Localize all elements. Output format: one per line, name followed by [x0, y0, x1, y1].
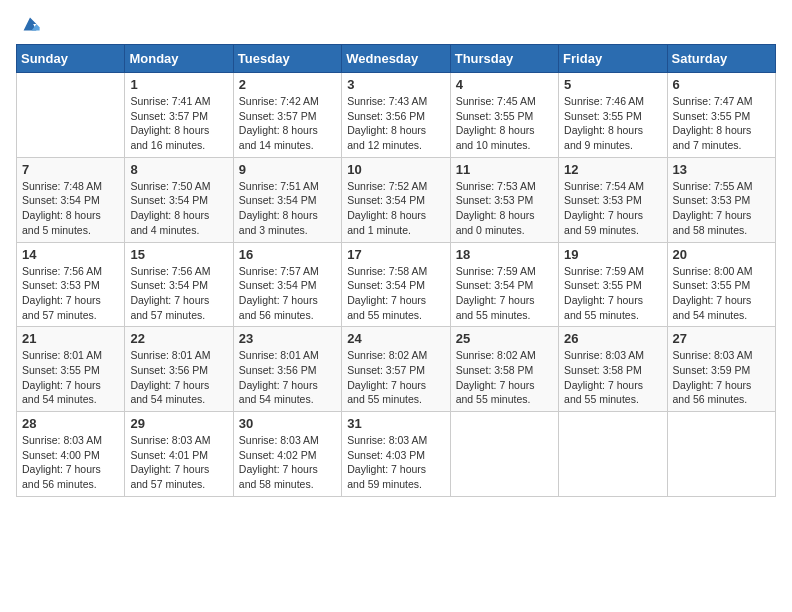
day-number: 20: [673, 247, 770, 262]
day-number: 27: [673, 331, 770, 346]
day-info: Sunrise: 7:55 AMSunset: 3:53 PMDaylight:…: [673, 179, 770, 238]
day-info: Sunrise: 8:03 AMSunset: 4:02 PMDaylight:…: [239, 433, 336, 492]
day-info: Sunrise: 7:56 AMSunset: 3:53 PMDaylight:…: [22, 264, 119, 323]
week-row-2: 7Sunrise: 7:48 AMSunset: 3:54 PMDaylight…: [17, 157, 776, 242]
day-number: 26: [564, 331, 661, 346]
calendar-cell: 23Sunrise: 8:01 AMSunset: 3:56 PMDayligh…: [233, 327, 341, 412]
calendar-cell: 12Sunrise: 7:54 AMSunset: 3:53 PMDayligh…: [559, 157, 667, 242]
day-number: 31: [347, 416, 444, 431]
calendar-cell: 8Sunrise: 7:50 AMSunset: 3:54 PMDaylight…: [125, 157, 233, 242]
weekday-header-tuesday: Tuesday: [233, 45, 341, 73]
day-number: 30: [239, 416, 336, 431]
day-info: Sunrise: 8:01 AMSunset: 3:56 PMDaylight:…: [130, 348, 227, 407]
day-number: 15: [130, 247, 227, 262]
day-info: Sunrise: 7:45 AMSunset: 3:55 PMDaylight:…: [456, 94, 553, 153]
day-number: 1: [130, 77, 227, 92]
day-number: 2: [239, 77, 336, 92]
day-number: 22: [130, 331, 227, 346]
weekday-header-row: SundayMondayTuesdayWednesdayThursdayFrid…: [17, 45, 776, 73]
calendar-cell: 21Sunrise: 8:01 AMSunset: 3:55 PMDayligh…: [17, 327, 125, 412]
calendar-cell: 19Sunrise: 7:59 AMSunset: 3:55 PMDayligh…: [559, 242, 667, 327]
calendar-cell: 10Sunrise: 7:52 AMSunset: 3:54 PMDayligh…: [342, 157, 450, 242]
calendar-cell: 6Sunrise: 7:47 AMSunset: 3:55 PMDaylight…: [667, 73, 775, 158]
weekday-header-monday: Monday: [125, 45, 233, 73]
weekday-header-friday: Friday: [559, 45, 667, 73]
calendar-cell: 25Sunrise: 8:02 AMSunset: 3:58 PMDayligh…: [450, 327, 558, 412]
calendar-cell: 7Sunrise: 7:48 AMSunset: 3:54 PMDaylight…: [17, 157, 125, 242]
weekday-header-thursday: Thursday: [450, 45, 558, 73]
day-number: 14: [22, 247, 119, 262]
day-number: 9: [239, 162, 336, 177]
week-row-5: 28Sunrise: 8:03 AMSunset: 4:00 PMDayligh…: [17, 412, 776, 497]
day-number: 4: [456, 77, 553, 92]
day-number: 16: [239, 247, 336, 262]
day-info: Sunrise: 7:43 AMSunset: 3:56 PMDaylight:…: [347, 94, 444, 153]
calendar-cell: 5Sunrise: 7:46 AMSunset: 3:55 PMDaylight…: [559, 73, 667, 158]
day-info: Sunrise: 8:00 AMSunset: 3:55 PMDaylight:…: [673, 264, 770, 323]
day-info: Sunrise: 8:03 AMSunset: 4:03 PMDaylight:…: [347, 433, 444, 492]
day-number: 12: [564, 162, 661, 177]
week-row-3: 14Sunrise: 7:56 AMSunset: 3:53 PMDayligh…: [17, 242, 776, 327]
calendar-cell: [450, 412, 558, 497]
calendar-cell: 3Sunrise: 7:43 AMSunset: 3:56 PMDaylight…: [342, 73, 450, 158]
page-header: [16, 16, 776, 32]
day-number: 10: [347, 162, 444, 177]
day-info: Sunrise: 7:59 AMSunset: 3:55 PMDaylight:…: [564, 264, 661, 323]
calendar-table: SundayMondayTuesdayWednesdayThursdayFrid…: [16, 44, 776, 497]
calendar-cell: 11Sunrise: 7:53 AMSunset: 3:53 PMDayligh…: [450, 157, 558, 242]
logo: [16, 16, 40, 32]
day-info: Sunrise: 7:54 AMSunset: 3:53 PMDaylight:…: [564, 179, 661, 238]
calendar-cell: [667, 412, 775, 497]
day-info: Sunrise: 8:03 AMSunset: 3:59 PMDaylight:…: [673, 348, 770, 407]
calendar-cell: [17, 73, 125, 158]
calendar-cell: 15Sunrise: 7:56 AMSunset: 3:54 PMDayligh…: [125, 242, 233, 327]
calendar-cell: 1Sunrise: 7:41 AMSunset: 3:57 PMDaylight…: [125, 73, 233, 158]
day-number: 25: [456, 331, 553, 346]
day-info: Sunrise: 8:03 AMSunset: 4:00 PMDaylight:…: [22, 433, 119, 492]
calendar-cell: 20Sunrise: 8:00 AMSunset: 3:55 PMDayligh…: [667, 242, 775, 327]
weekday-header-sunday: Sunday: [17, 45, 125, 73]
day-info: Sunrise: 7:52 AMSunset: 3:54 PMDaylight:…: [347, 179, 444, 238]
weekday-header-saturday: Saturday: [667, 45, 775, 73]
day-number: 11: [456, 162, 553, 177]
calendar-cell: 2Sunrise: 7:42 AMSunset: 3:57 PMDaylight…: [233, 73, 341, 158]
calendar-cell: 18Sunrise: 7:59 AMSunset: 3:54 PMDayligh…: [450, 242, 558, 327]
day-info: Sunrise: 8:02 AMSunset: 3:57 PMDaylight:…: [347, 348, 444, 407]
day-info: Sunrise: 7:41 AMSunset: 3:57 PMDaylight:…: [130, 94, 227, 153]
day-info: Sunrise: 8:01 AMSunset: 3:55 PMDaylight:…: [22, 348, 119, 407]
calendar-cell: 17Sunrise: 7:58 AMSunset: 3:54 PMDayligh…: [342, 242, 450, 327]
week-row-4: 21Sunrise: 8:01 AMSunset: 3:55 PMDayligh…: [17, 327, 776, 412]
day-number: 7: [22, 162, 119, 177]
day-number: 17: [347, 247, 444, 262]
day-number: 5: [564, 77, 661, 92]
calendar-cell: 31Sunrise: 8:03 AMSunset: 4:03 PMDayligh…: [342, 412, 450, 497]
day-info: Sunrise: 8:03 AMSunset: 3:58 PMDaylight:…: [564, 348, 661, 407]
day-info: Sunrise: 7:48 AMSunset: 3:54 PMDaylight:…: [22, 179, 119, 238]
day-number: 3: [347, 77, 444, 92]
calendar-cell: 13Sunrise: 7:55 AMSunset: 3:53 PMDayligh…: [667, 157, 775, 242]
day-number: 13: [673, 162, 770, 177]
calendar-cell: 28Sunrise: 8:03 AMSunset: 4:00 PMDayligh…: [17, 412, 125, 497]
calendar-cell: 4Sunrise: 7:45 AMSunset: 3:55 PMDaylight…: [450, 73, 558, 158]
day-number: 18: [456, 247, 553, 262]
logo-icon: [20, 16, 40, 32]
week-row-1: 1Sunrise: 7:41 AMSunset: 3:57 PMDaylight…: [17, 73, 776, 158]
day-number: 29: [130, 416, 227, 431]
day-info: Sunrise: 8:01 AMSunset: 3:56 PMDaylight:…: [239, 348, 336, 407]
calendar-cell: 22Sunrise: 8:01 AMSunset: 3:56 PMDayligh…: [125, 327, 233, 412]
calendar-cell: 30Sunrise: 8:03 AMSunset: 4:02 PMDayligh…: [233, 412, 341, 497]
day-info: Sunrise: 7:42 AMSunset: 3:57 PMDaylight:…: [239, 94, 336, 153]
day-number: 19: [564, 247, 661, 262]
calendar-cell: 9Sunrise: 7:51 AMSunset: 3:54 PMDaylight…: [233, 157, 341, 242]
weekday-header-wednesday: Wednesday: [342, 45, 450, 73]
day-info: Sunrise: 7:50 AMSunset: 3:54 PMDaylight:…: [130, 179, 227, 238]
calendar-cell: 14Sunrise: 7:56 AMSunset: 3:53 PMDayligh…: [17, 242, 125, 327]
day-info: Sunrise: 7:56 AMSunset: 3:54 PMDaylight:…: [130, 264, 227, 323]
day-number: 6: [673, 77, 770, 92]
day-info: Sunrise: 7:51 AMSunset: 3:54 PMDaylight:…: [239, 179, 336, 238]
calendar-cell: 24Sunrise: 8:02 AMSunset: 3:57 PMDayligh…: [342, 327, 450, 412]
day-info: Sunrise: 7:46 AMSunset: 3:55 PMDaylight:…: [564, 94, 661, 153]
day-number: 8: [130, 162, 227, 177]
day-info: Sunrise: 8:03 AMSunset: 4:01 PMDaylight:…: [130, 433, 227, 492]
day-info: Sunrise: 7:57 AMSunset: 3:54 PMDaylight:…: [239, 264, 336, 323]
